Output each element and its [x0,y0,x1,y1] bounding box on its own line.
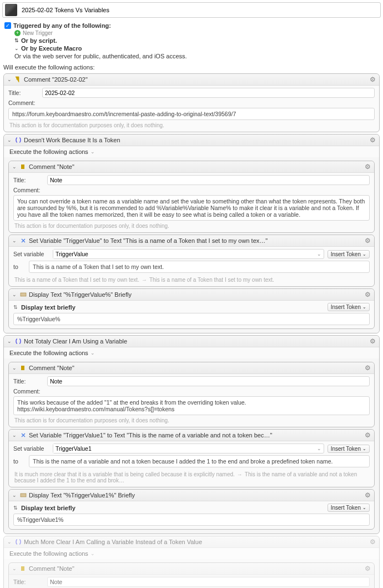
insert-token-button[interactable]: Insert Token⌄ [327,303,370,311]
group-card-1[interactable]: ⌄ Doesn't Work Because It Is a Token ⚙ E… [3,134,380,333]
variable-name-select[interactable]: ⌄ [53,444,324,454]
gear-icon[interactable]: ⚙ [365,163,371,171]
title-input[interactable] [47,175,370,185]
or-by-script[interactable]: Or by script. [21,37,57,44]
chevron-down-icon[interactable]: ⌄ [7,338,13,344]
chevron-down-icon[interactable]: ⌄ [315,446,324,451]
execute-label: Execute the following actions [9,550,88,557]
comment-label: Comment: [8,99,39,106]
display-briefly-label[interactable]: Display text briefly [21,304,324,311]
updown-icon[interactable]: ⇅ [14,38,19,43]
action-comment-card[interactable]: ⌄ Comment "2025-02-02" ⚙ Title: Comment:… [3,73,380,132]
chevron-down-icon[interactable]: ⌄ [90,551,95,556]
updown-icon[interactable]: ⇅ [13,305,18,310]
title-input[interactable] [47,577,370,587]
action-title: Comment "2025-02-02" [24,76,88,83]
title-label: Title: [8,89,39,96]
comment-label: Comment: [13,388,44,395]
triggered-checkbox[interactable] [4,22,11,29]
action-display-card[interactable]: ⌄ Display Text "%TriggerValue1%" Briefly… [8,489,375,530]
gear-icon[interactable]: ⚙ [365,291,371,298]
variable-icon [20,237,27,244]
gear-icon[interactable]: ⚙ [365,491,371,499]
title-input[interactable] [42,88,375,98]
setvar-label: Set variable [13,251,49,257]
action-comment-card[interactable]: ⌄ Comment "Note" ⚙ Title: Comment: This … [8,562,375,588]
macro-header [2,2,381,18]
gear-icon[interactable]: ⚙ [370,76,376,83]
group-title: Not Totaly Clear I Am Using a Variable [24,338,127,345]
value-textarea[interactable]: This is the name of a variable and not a… [29,455,370,467]
chevron-down-icon[interactable]: ⌄ [90,149,95,155]
new-trigger-link[interactable]: New Trigger [23,30,53,36]
comment-label: Comment: [13,187,44,193]
chevron-down-icon[interactable]: ⌄ [12,292,18,297]
execute-label: Execute the following actions [9,148,88,155]
group-card-3-disabled[interactable]: ⌄ Much More Clear I Am Calling a Variabl… [3,536,380,588]
doc-hint: This action is for documentation purpose… [13,221,370,229]
comment-textarea[interactable]: This works because of the added "1" at t… [13,396,370,415]
updown-icon[interactable]: ⇅ [13,505,18,511]
chevron-down-icon[interactable]: ⌄ [12,365,18,371]
chevron-down-icon[interactable]: ⌄ [315,251,324,257]
trigger-section: Triggered by any of the following: + New… [0,20,383,62]
display-icon [20,492,27,499]
chevron-down-icon[interactable]: ⌄ [14,46,19,51]
chevron-down-icon[interactable]: ⌄ [7,77,13,82]
execute-label: Execute the following actions [9,350,88,356]
value-textarea[interactable]: This is a name of a Token that I set to … [29,261,370,273]
gear-icon[interactable]: ⚙ [370,337,376,345]
gear-icon[interactable]: ⚙ [365,431,371,439]
comment-textarea[interactable]: You can not override a token name as a v… [13,195,370,221]
action-setvar-card[interactable]: ⌄ Set Variable "TriggerValue" to Text "T… [8,235,375,287]
action-title: Comment "Note" [29,365,74,371]
chevron-down-icon[interactable]: ⌄ [12,566,18,571]
chevron-down-icon[interactable]: ⌄ [12,238,18,243]
comment-textarea[interactable]: https://forum.keyboardmaestro.com/t/incr… [8,108,375,120]
svg-rect-4 [21,566,24,571]
variable-name-select[interactable]: ⌄ [53,249,324,259]
chevron-down-icon[interactable]: ⌄ [7,539,13,545]
gear-icon[interactable]: ⚙ [365,565,371,572]
gear-icon[interactable]: ⚙ [365,237,371,245]
action-display-card[interactable]: ⌄ Display Text "%TriggerValue%" Briefly … [8,288,375,329]
gear-icon[interactable]: ⚙ [365,364,371,372]
display-briefly-label[interactable]: Display text briefly [21,505,324,511]
display-icon [20,291,27,298]
group-icon [15,137,22,143]
svg-rect-1 [21,293,26,296]
insert-token-button[interactable]: Insert Token⌄ [327,445,370,453]
svg-rect-2 [21,366,24,370]
macro-icon [5,4,17,16]
action-title: Set Variable "TriggerValue1" to Text "Th… [29,432,272,438]
title-input[interactable] [47,376,370,386]
setvar-hint: This is a name of a Token that I set to … [13,275,370,283]
action-comment-card[interactable]: ⌄ Comment "Note" ⚙ Title: Comment: You c… [8,161,375,233]
setvar-hint: It is much more clear that it is a varia… [13,469,370,484]
display-value-textarea[interactable]: %TriggerValue% [13,313,370,325]
insert-token-button[interactable]: Insert Token⌄ [327,250,370,258]
setvar-label: Set variable [13,445,49,452]
group-card-2[interactable]: ⌄ Not Totaly Clear I Am Using a Variable… [3,335,380,534]
chevron-down-icon[interactable]: ⌄ [12,492,18,498]
action-setvar-card[interactable]: ⌄ Set Variable "TriggerValue1" to Text "… [8,429,375,487]
doc-hint: This action is for documentation purpose… [8,120,375,128]
insert-token-button[interactable]: Insert Token⌄ [327,504,370,512]
macro-title-input[interactable] [21,6,378,14]
action-title: Set Variable "TriggerValue" to Text "Thi… [29,237,268,244]
or-execute-macro[interactable]: Or by Execute Macro [21,45,82,52]
action-comment-card[interactable]: ⌄ Comment "Note" ⚙ Title: Comment: This … [8,362,375,427]
action-title: Comment "Note" [29,163,74,170]
gear-icon[interactable]: ⚙ [370,538,376,546]
triggered-heading: Triggered by any of the following: [13,22,111,29]
chevron-down-icon[interactable]: ⌄ [7,137,13,143]
chevron-down-icon[interactable]: ⌄ [12,164,18,170]
chevron-down-icon[interactable]: ⌄ [12,432,18,438]
gear-icon[interactable]: ⚙ [370,136,376,144]
comment-icon [15,76,22,83]
comment-icon [20,365,27,371]
display-value-textarea[interactable]: %TriggerValue1% [13,514,370,526]
or-web-server[interactable]: Or via the web server for public, authen… [14,53,187,59]
chevron-down-icon[interactable]: ⌄ [90,350,95,356]
plus-icon[interactable]: + [14,30,21,36]
